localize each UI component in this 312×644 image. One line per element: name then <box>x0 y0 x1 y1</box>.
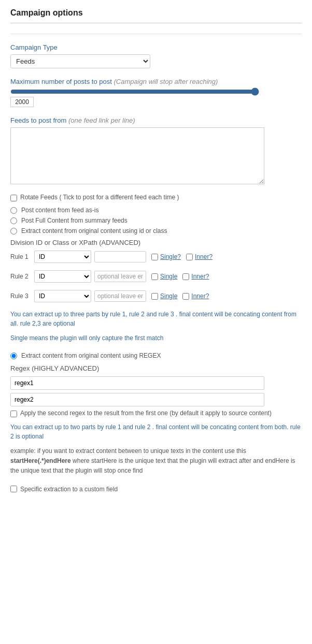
rule-3-select[interactable]: ID Class XPath <box>34 290 91 302</box>
regex-section: Regex (HIGHLY ADVANCED) Apply the second… <box>10 364 302 476</box>
rule-3-single-group: Single <box>151 292 177 300</box>
feeds-label-italic: (one feed link per line) <box>68 116 135 124</box>
specific-field-row: Specific extraction to a custom field <box>10 486 302 493</box>
rotate-feeds-checkbox[interactable] <box>10 195 17 201</box>
regex-note: You can extract up to two parts by rule … <box>10 422 302 441</box>
regex-example-prefix: example: if you want to extract content … <box>10 447 246 455</box>
rule-2-input[interactable] <box>94 271 146 282</box>
regex-example-bold: startHere(.*)endHere <box>10 457 71 464</box>
rule-3-inner-label: Inner? <box>191 292 209 300</box>
feeds-textarea[interactable] <box>10 127 264 184</box>
apply-second-checkbox[interactable] <box>10 411 17 417</box>
regex-example: example: if you want to extract content … <box>10 446 302 476</box>
rule-1-input[interactable] <box>94 251 146 262</box>
rule-3-input[interactable] <box>94 290 146 302</box>
regex1-input[interactable] <box>10 376 264 390</box>
page-title: Campaign options <box>10 8 302 23</box>
rule-1-single-checkbox[interactable] <box>151 254 158 260</box>
radio-row-1: Post content from feed as-is <box>10 207 302 214</box>
feeds-section: Feeds to post from (one feed link per li… <box>10 116 302 184</box>
rule-1-inner-checkbox[interactable] <box>186 254 193 260</box>
slider-container: 2000 <box>10 89 302 107</box>
radio-opt3-label: Extract content from original content us… <box>21 227 167 235</box>
radio-row-4: Extract content from original content us… <box>10 352 302 359</box>
rule-2-single-label: Single <box>160 273 177 280</box>
rule-2-inner-label: Inner? <box>191 273 209 280</box>
feeds-label: Feeds to post from (one feed link per li… <box>10 116 302 124</box>
campaign-type-section: Campaign Type Feeds Posts Pages <box>10 43 302 68</box>
max-posts-label: Maximum number of posts to post (Campaig… <box>10 78 302 85</box>
radio-opt3[interactable] <box>10 228 17 235</box>
rule-2-single-group: Single <box>151 273 177 280</box>
rotate-feeds-label: Rotate Feeds ( Tick to post for a differ… <box>20 194 179 201</box>
rule-2-single-checkbox[interactable] <box>151 273 158 280</box>
rule-2-inner-checkbox[interactable] <box>182 273 189 280</box>
rule-3-label: Rule 3 <box>10 292 31 300</box>
radio-row-2: Post Full Content from summary feeds <box>10 217 302 224</box>
rule-1-select[interactable]: ID Class XPath <box>34 251 91 263</box>
radio-opt2-label: Post Full Content from summary feeds <box>21 217 127 224</box>
rule-2-select[interactable]: ID Class XPath <box>34 270 91 283</box>
max-posts-slider[interactable] <box>10 89 259 95</box>
apply-second-label: Apply the second regex to the result fro… <box>20 409 272 417</box>
max-posts-label-italic: (Campaign will stop after reaching) <box>114 78 218 85</box>
rule-row-3: Rule 3 ID Class XPath Single Inner? <box>10 290 302 302</box>
rule-2-inner-group: Inner? <box>182 273 209 280</box>
rule-1-single-group: Single? <box>151 253 181 260</box>
rule-row-2: Rule 2 ID Class XPath Single Inner? <box>10 270 302 283</box>
radio-opt1-label: Post content from feed as-is <box>21 207 98 214</box>
campaign-type-select[interactable]: Feeds Posts Pages <box>10 54 150 68</box>
slider-value: 2000 <box>10 97 34 107</box>
division-title: Division ID or Class or XPath (ADVANCED) <box>10 239 302 246</box>
radio-row-3: Extract content from original content us… <box>10 227 302 235</box>
rule-1-inner-group: Inner? <box>186 253 212 260</box>
radio-opt4[interactable] <box>10 353 17 359</box>
radio-opt2[interactable] <box>10 217 17 224</box>
rule-3-inner-group: Inner? <box>182 292 209 300</box>
specific-field-label: Specific extraction to a custom field <box>20 486 118 493</box>
rule-3-single-label: Single <box>160 292 177 300</box>
specific-field-checkbox[interactable] <box>10 486 17 492</box>
campaign-type-label: Campaign Type <box>10 43 302 51</box>
division-section: Division ID or Class or XPath (ADVANCED)… <box>10 239 302 343</box>
rule-3-inner-checkbox[interactable] <box>182 293 189 300</box>
rule-1-inner-label: Inner? <box>195 253 212 260</box>
rule-1-single-label: Single? <box>160 253 181 260</box>
max-posts-section: Maximum number of posts to post (Campaig… <box>10 78 302 107</box>
division-info2: Single means the plugin will only captur… <box>10 333 302 343</box>
apply-second-row: Apply the second regex to the result fro… <box>10 409 302 417</box>
rule-2-label: Rule 2 <box>10 273 31 280</box>
regex-title: Regex (HIGHLY ADVANCED) <box>10 364 302 372</box>
content-options-group: Post content from feed as-is Post Full C… <box>10 207 302 235</box>
rule-row-1: Rule 1 ID Class XPath Single? Inner? <box>10 251 302 263</box>
rule-1-label: Rule 1 <box>10 253 31 260</box>
radio-opt4-label: Extract content from original content us… <box>21 352 161 359</box>
rotate-feeds-row: Rotate Feeds ( Tick to post for a differ… <box>10 194 302 201</box>
division-info1: You can extract up to three parts by rul… <box>10 310 302 328</box>
regex2-input[interactable] <box>10 393 264 406</box>
rule-3-single-checkbox[interactable] <box>151 293 158 300</box>
radio-opt1[interactable] <box>10 207 17 214</box>
